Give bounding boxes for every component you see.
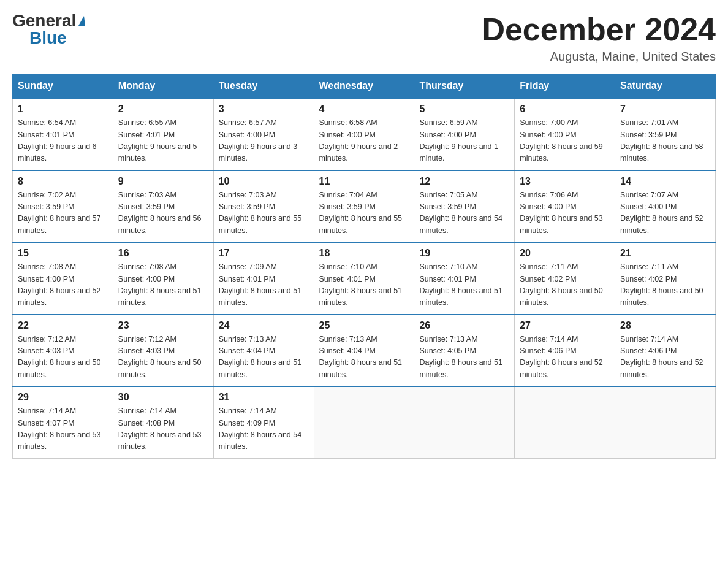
day-info: Sunrise: 7:10 AM Sunset: 4:01 PM Dayligh… (319, 261, 409, 309)
day-number: 3 (219, 104, 309, 115)
day-number: 10 (219, 176, 309, 187)
day-number: 21 (620, 248, 710, 259)
day-info: Sunrise: 7:08 AM Sunset: 4:00 PM Dayligh… (118, 261, 208, 309)
logo-general-text: General (12, 12, 85, 29)
day-cell: 17 Sunrise: 7:09 AM Sunset: 4:01 PM Dayl… (213, 242, 314, 315)
day-info: Sunrise: 7:05 AM Sunset: 3:59 PM Dayligh… (419, 190, 509, 237)
logo: General Blue (12, 12, 85, 47)
day-cell: 25 Sunrise: 7:13 AM Sunset: 4:04 PM Dayl… (314, 315, 414, 387)
day-cell: 9 Sunrise: 7:03 AM Sunset: 3:59 PM Dayli… (113, 170, 213, 243)
header-saturday: Saturday (615, 74, 716, 99)
day-number: 4 (319, 104, 409, 115)
day-cell: 30 Sunrise: 7:14 AM Sunset: 4:08 PM Dayl… (113, 386, 213, 458)
day-info: Sunrise: 7:13 AM Sunset: 4:04 PM Dayligh… (319, 334, 409, 381)
day-cell: 5 Sunrise: 6:59 AM Sunset: 4:00 PM Dayli… (414, 98, 515, 170)
day-number: 16 (118, 248, 208, 259)
day-info: Sunrise: 7:08 AM Sunset: 4:00 PM Dayligh… (18, 261, 108, 309)
day-info: Sunrise: 7:13 AM Sunset: 4:05 PM Dayligh… (419, 334, 509, 381)
day-info: Sunrise: 7:11 AM Sunset: 4:02 PM Dayligh… (620, 261, 710, 309)
calendar-table: Sunday Monday Tuesday Wednesday Thursday… (12, 74, 716, 459)
day-cell: 23 Sunrise: 7:12 AM Sunset: 4:03 PM Dayl… (113, 315, 213, 387)
day-number: 23 (118, 320, 208, 331)
day-info: Sunrise: 7:04 AM Sunset: 3:59 PM Dayligh… (319, 190, 409, 237)
day-info: Sunrise: 7:07 AM Sunset: 4:00 PM Dayligh… (620, 190, 710, 237)
day-cell: 10 Sunrise: 7:03 AM Sunset: 3:59 PM Dayl… (213, 170, 314, 243)
day-number: 5 (419, 104, 509, 115)
day-cell (615, 386, 716, 458)
day-cell: 12 Sunrise: 7:05 AM Sunset: 3:59 PM Dayl… (414, 170, 515, 243)
header-monday: Monday (113, 74, 213, 99)
week-row-2: 8 Sunrise: 7:02 AM Sunset: 3:59 PM Dayli… (13, 170, 716, 243)
day-number: 12 (419, 176, 509, 187)
day-info: Sunrise: 6:57 AM Sunset: 4:00 PM Dayligh… (219, 117, 309, 165)
day-number: 1 (18, 104, 108, 115)
day-number: 17 (219, 248, 309, 259)
day-info: Sunrise: 7:14 AM Sunset: 4:06 PM Dayligh… (520, 334, 610, 381)
day-info: Sunrise: 7:11 AM Sunset: 4:02 PM Dayligh… (520, 261, 610, 309)
day-cell: 11 Sunrise: 7:04 AM Sunset: 3:59 PM Dayl… (314, 170, 414, 243)
header-tuesday: Tuesday (213, 74, 314, 99)
day-info: Sunrise: 7:14 AM Sunset: 4:09 PM Dayligh… (219, 405, 309, 453)
day-cell: 4 Sunrise: 6:58 AM Sunset: 4:00 PM Dayli… (314, 98, 414, 170)
header-wednesday: Wednesday (314, 74, 414, 99)
day-info: Sunrise: 7:12 AM Sunset: 4:03 PM Dayligh… (118, 334, 208, 381)
logo-triangle-icon (78, 16, 85, 26)
day-number: 2 (118, 104, 208, 115)
day-info: Sunrise: 7:12 AM Sunset: 4:03 PM Dayligh… (18, 334, 108, 381)
day-number: 18 (319, 248, 409, 259)
day-number: 31 (219, 392, 309, 403)
day-number: 29 (18, 392, 108, 403)
day-number: 8 (18, 176, 108, 187)
day-number: 25 (319, 320, 409, 331)
calendar-subtitle: Augusta, Maine, United States (482, 50, 716, 64)
header-friday: Friday (515, 74, 615, 99)
day-cell: 29 Sunrise: 7:14 AM Sunset: 4:07 PM Dayl… (13, 386, 113, 458)
day-info: Sunrise: 7:02 AM Sunset: 3:59 PM Dayligh… (18, 190, 108, 237)
day-info: Sunrise: 7:14 AM Sunset: 4:07 PM Dayligh… (18, 405, 108, 453)
day-cell: 6 Sunrise: 7:00 AM Sunset: 4:00 PM Dayli… (515, 98, 615, 170)
day-cell: 16 Sunrise: 7:08 AM Sunset: 4:00 PM Dayl… (113, 242, 213, 315)
day-info: Sunrise: 7:09 AM Sunset: 4:01 PM Dayligh… (219, 261, 309, 309)
day-number: 9 (118, 176, 208, 187)
day-number: 27 (520, 320, 610, 331)
day-cell: 21 Sunrise: 7:11 AM Sunset: 4:02 PM Dayl… (615, 242, 716, 315)
day-cell (414, 386, 515, 458)
day-info: Sunrise: 7:14 AM Sunset: 4:06 PM Dayligh… (620, 334, 710, 381)
day-info: Sunrise: 6:59 AM Sunset: 4:00 PM Dayligh… (419, 117, 509, 165)
day-info: Sunrise: 7:10 AM Sunset: 4:01 PM Dayligh… (419, 261, 509, 309)
day-number: 13 (520, 176, 610, 187)
day-info: Sunrise: 7:03 AM Sunset: 3:59 PM Dayligh… (219, 190, 309, 237)
day-info: Sunrise: 6:55 AM Sunset: 4:01 PM Dayligh… (118, 117, 208, 165)
title-block: December 2024 Augusta, Maine, United Sta… (482, 12, 716, 64)
day-info: Sunrise: 7:06 AM Sunset: 4:00 PM Dayligh… (520, 190, 610, 237)
day-cell (515, 386, 615, 458)
day-number: 22 (18, 320, 108, 331)
day-number: 14 (620, 176, 710, 187)
header-sunday: Sunday (13, 74, 113, 99)
day-number: 19 (419, 248, 509, 259)
day-info: Sunrise: 7:03 AM Sunset: 3:59 PM Dayligh… (118, 190, 208, 237)
calendar-header-row: Sunday Monday Tuesday Wednesday Thursday… (13, 74, 716, 99)
day-cell: 31 Sunrise: 7:14 AM Sunset: 4:09 PM Dayl… (213, 386, 314, 458)
day-info: Sunrise: 7:00 AM Sunset: 4:00 PM Dayligh… (520, 117, 610, 165)
day-cell: 2 Sunrise: 6:55 AM Sunset: 4:01 PM Dayli… (113, 98, 213, 170)
day-cell: 22 Sunrise: 7:12 AM Sunset: 4:03 PM Dayl… (13, 315, 113, 387)
day-number: 11 (319, 176, 409, 187)
day-cell: 20 Sunrise: 7:11 AM Sunset: 4:02 PM Dayl… (515, 242, 615, 315)
day-number: 7 (620, 104, 710, 115)
day-cell: 1 Sunrise: 6:54 AM Sunset: 4:01 PM Dayli… (13, 98, 113, 170)
day-cell: 27 Sunrise: 7:14 AM Sunset: 4:06 PM Dayl… (515, 315, 615, 387)
day-cell: 15 Sunrise: 7:08 AM Sunset: 4:00 PM Dayl… (13, 242, 113, 315)
day-cell: 26 Sunrise: 7:13 AM Sunset: 4:05 PM Dayl… (414, 315, 515, 387)
day-info: Sunrise: 6:54 AM Sunset: 4:01 PM Dayligh… (18, 117, 108, 165)
day-cell: 13 Sunrise: 7:06 AM Sunset: 4:00 PM Dayl… (515, 170, 615, 243)
day-number: 20 (520, 248, 610, 259)
day-number: 15 (18, 248, 108, 259)
day-info: Sunrise: 7:14 AM Sunset: 4:08 PM Dayligh… (118, 405, 208, 453)
day-number: 24 (219, 320, 309, 331)
day-info: Sunrise: 7:01 AM Sunset: 3:59 PM Dayligh… (620, 117, 710, 165)
day-number: 26 (419, 320, 509, 331)
day-cell: 18 Sunrise: 7:10 AM Sunset: 4:01 PM Dayl… (314, 242, 414, 315)
week-row-4: 22 Sunrise: 7:12 AM Sunset: 4:03 PM Dayl… (13, 315, 716, 387)
day-cell: 24 Sunrise: 7:13 AM Sunset: 4:04 PM Dayl… (213, 315, 314, 387)
